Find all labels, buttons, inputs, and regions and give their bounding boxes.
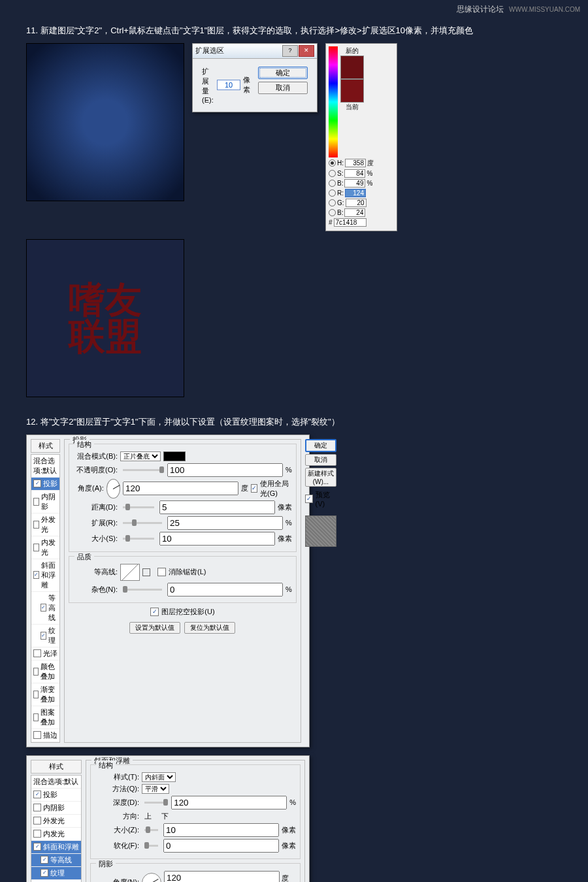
style-outer-glow[interactable]: 外发光	[31, 815, 81, 828]
radio-bb[interactable]	[329, 209, 336, 216]
g-input[interactable]	[346, 199, 367, 207]
knockout-cb[interactable]: ✓	[150, 608, 159, 616]
expand-selection-dialog: 扩展选区 ? ✕ 扩展量(E): 像素 确定 取消	[192, 43, 318, 112]
dialog-title: 扩展选区	[195, 46, 282, 56]
contour-dropdown[interactable]	[142, 568, 150, 576]
style-inner-glow[interactable]: 内发光	[31, 536, 59, 559]
style-satin[interactable]: 光泽	[31, 647, 59, 661]
reset-default-button[interactable]: 复位为默认值	[184, 622, 235, 634]
spread-input[interactable]	[167, 516, 283, 530]
shadow-color[interactable]	[163, 451, 186, 461]
soften-slider[interactable]	[144, 845, 158, 847]
global-light-cb[interactable]: ✓	[251, 484, 257, 493]
r-input[interactable]	[345, 189, 366, 197]
preview-cb[interactable]: ✓	[305, 495, 313, 503]
set-default-button[interactable]: 设置为默认值	[129, 622, 180, 634]
size-slider[interactable]	[123, 538, 154, 540]
angle-input[interactable]	[123, 482, 238, 495]
hue-slider[interactable]	[329, 46, 338, 157]
blend-default[interactable]: 混合选项:默认	[31, 455, 59, 478]
ok-button[interactable]: 确定	[305, 439, 336, 452]
layerstyle-bevel: 样式 混合选项:默认 ✓投影 内阴影 外发光 内发光 ✓斜面和浮雕 ✓等高线 ✓…	[26, 755, 310, 882]
preview-swatch	[305, 515, 336, 547]
site-url: WWW.MISSYUAN.COM	[509, 6, 580, 13]
style-satin[interactable]: 光泽	[31, 880, 81, 882]
radio-g[interactable]	[329, 199, 336, 206]
bevel-size-slider[interactable]	[144, 829, 158, 831]
radio-s[interactable]	[329, 170, 336, 177]
opacity-slider[interactable]	[123, 469, 162, 471]
noise-slider[interactable]	[123, 589, 162, 591]
opacity-input[interactable]	[167, 463, 283, 477]
distance-input[interactable]	[159, 500, 275, 514]
antialias-cb[interactable]	[157, 568, 166, 576]
site-name: 思缘设计论坛	[457, 4, 504, 15]
bevel-style-select[interactable]: 内斜面	[142, 772, 176, 782]
style-texture[interactable]: ✓纹理	[31, 867, 81, 880]
style-texture[interactable]: ✓纹理	[31, 625, 59, 647]
contour-picker[interactable]	[120, 564, 140, 581]
new-style-button[interactable]: 新建样式(W)...	[305, 468, 336, 487]
style-outer-glow[interactable]: 外发光	[31, 514, 59, 536]
bb-input[interactable]	[344, 208, 365, 217]
new-color-swatch[interactable]	[340, 56, 364, 79]
style-header: 样式	[31, 439, 60, 453]
color-picker-panel: 新的 当前 H:度 S:% B:% R: G: B: #	[325, 43, 397, 231]
radio-h[interactable]	[329, 159, 336, 167]
blend-default[interactable]: 混合选项:默认	[31, 776, 81, 789]
style-inner-shadow[interactable]: 内阴影	[31, 491, 59, 514]
style-drop-shadow[interactable]: ✓投影	[31, 789, 81, 802]
noise-input[interactable]	[167, 583, 283, 596]
soften-input[interactable]	[163, 839, 279, 853]
style-bevel[interactable]: ✓斜面和浮雕	[31, 559, 59, 592]
style-gradient-overlay[interactable]: 渐变叠加	[31, 683, 59, 706]
distance-slider[interactable]	[123, 506, 154, 508]
bevel-angle-input[interactable]	[164, 871, 280, 882]
style-inner-glow[interactable]: 内发光	[31, 828, 81, 841]
current-label: 当前	[340, 103, 364, 112]
h-input[interactable]	[345, 159, 366, 167]
ok-button[interactable]: 确定	[258, 67, 308, 79]
step-11-text: 11. 新建图层"文字2"，Ctrl+鼠标左键点击"文字1"图层，获得文字的选取…	[0, 19, 588, 43]
depth-input[interactable]	[171, 796, 287, 809]
style-stroke[interactable]: 描边	[31, 729, 59, 742]
cancel-button[interactable]: 取消	[305, 454, 336, 466]
preview-filled: 嗜友 联盟	[26, 239, 184, 397]
style-drop-shadow[interactable]: ✓投影	[31, 478, 59, 491]
style-contour[interactable]: ✓等高线	[31, 592, 59, 625]
style-bevel[interactable]: ✓斜面和浮雕	[31, 841, 81, 854]
style-color-overlay[interactable]: 颜色叠加	[31, 661, 59, 683]
size-input[interactable]	[159, 532, 275, 546]
bevel-technique-select[interactable]: 平滑	[142, 784, 169, 794]
new-label: 新的	[340, 46, 364, 56]
close-button[interactable]: ✕	[299, 45, 314, 57]
blend-mode-select[interactable]: 正片叠底	[120, 451, 161, 461]
expand-input[interactable]	[217, 80, 240, 90]
radio-r[interactable]	[329, 189, 336, 197]
current-color-swatch[interactable]	[340, 79, 364, 103]
expand-label: 扩展量(E):	[202, 67, 214, 104]
style-inner-shadow[interactable]: 内阴影	[31, 802, 81, 815]
layerstyle-drop-shadow: 样式 混合选项:默认 ✓投影 内阴影 外发光 内发光 ✓斜面和浮雕 ✓等高线 ✓…	[26, 434, 310, 747]
style-contour[interactable]: ✓等高线	[31, 854, 81, 867]
preview-selection	[26, 43, 184, 201]
radio-b[interactable]	[329, 180, 336, 187]
step-12-text: 12. 将"文字2"图层置于"文字1"下面，并做以下设置（设置纹理图案时，选择"…	[0, 410, 588, 434]
spread-slider[interactable]	[123, 522, 162, 524]
b-input[interactable]	[344, 179, 365, 188]
cancel-button[interactable]: 取消	[258, 82, 308, 94]
depth-slider[interactable]	[144, 802, 166, 804]
style-pattern-overlay[interactable]: 图案叠加	[31, 706, 59, 729]
bevel-size-input[interactable]	[163, 823, 279, 837]
s-input[interactable]	[344, 169, 365, 178]
bevel-angle-dial[interactable]	[142, 873, 161, 882]
expand-unit: 像素	[243, 75, 250, 95]
hex-input[interactable]	[334, 218, 367, 227]
angle-dial[interactable]	[106, 479, 120, 498]
minimize-button[interactable]: ?	[282, 45, 298, 57]
